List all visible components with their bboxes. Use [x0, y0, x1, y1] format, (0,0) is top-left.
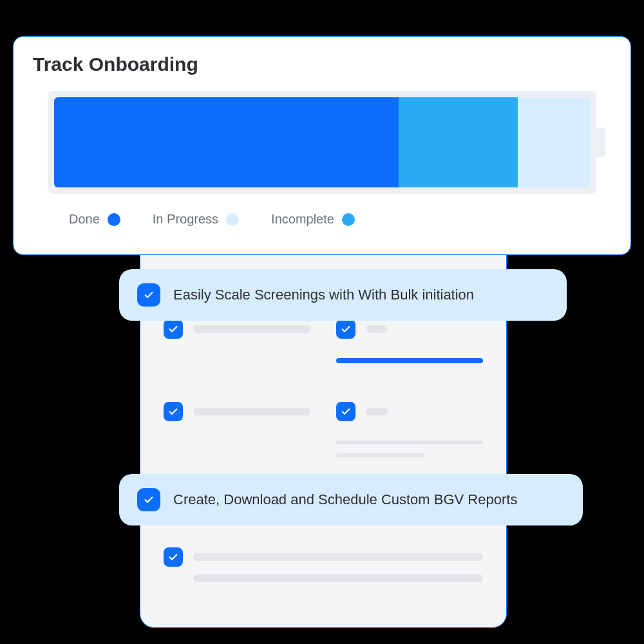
dot-icon: [226, 213, 239, 226]
track-onboarding-card: Track Onboarding Done In Progress Incomp…: [13, 36, 631, 255]
legend-item-in-progress: In Progress: [153, 212, 239, 227]
checkbox-checked-icon: [137, 488, 160, 511]
progress-battery: [48, 91, 596, 194]
segment-incomplete: [518, 97, 590, 187]
segment-done: [54, 97, 399, 187]
legend-item-incomplete: Incomplete: [271, 212, 355, 227]
battery-tip-icon: [596, 128, 605, 157]
placeholder-bar: [193, 325, 310, 333]
checkbox-checked-icon: [137, 283, 160, 307]
card-title: Track Onboarding: [33, 53, 611, 75]
feature-callout: Easily Scale Screenings with With Bulk i…: [119, 269, 567, 321]
checklist-item: [164, 319, 310, 363]
legend-label: Done: [69, 212, 100, 227]
checkbox-checked-icon: [164, 402, 183, 421]
placeholder-line: [336, 440, 483, 444]
checkbox-checked-icon: [164, 547, 183, 567]
checklist-item: [336, 319, 483, 363]
placeholder-bar: [366, 325, 388, 333]
callout-label: Easily Scale Screenings with With Bulk i…: [173, 287, 474, 303]
dot-icon: [342, 213, 355, 226]
checkbox-checked-icon: [164, 319, 183, 339]
placeholder-line: [193, 574, 483, 582]
checklist-item: [164, 547, 483, 567]
legend-label: Incomplete: [271, 212, 334, 227]
dot-icon: [108, 213, 120, 226]
checkbox-checked-icon: [336, 319, 355, 339]
checklist-item: [164, 402, 310, 457]
legend-item-done: Done: [69, 212, 120, 227]
callout-label: Create, Download and Schedule Custom BGV…: [173, 491, 517, 508]
segment-in-progress: [399, 97, 518, 187]
placeholder-line: [336, 453, 424, 457]
legend-label: In Progress: [153, 212, 218, 227]
progress-line: [336, 358, 483, 363]
feature-callout: Create, Download and Schedule Custom BGV…: [119, 474, 583, 526]
checklist-item: [336, 402, 483, 457]
placeholder-bar: [193, 408, 310, 415]
legend: Done In Progress Incomplete: [33, 212, 611, 227]
placeholder-bar: [193, 553, 483, 561]
checkbox-checked-icon: [336, 402, 355, 421]
placeholder-bar: [366, 408, 388, 415]
